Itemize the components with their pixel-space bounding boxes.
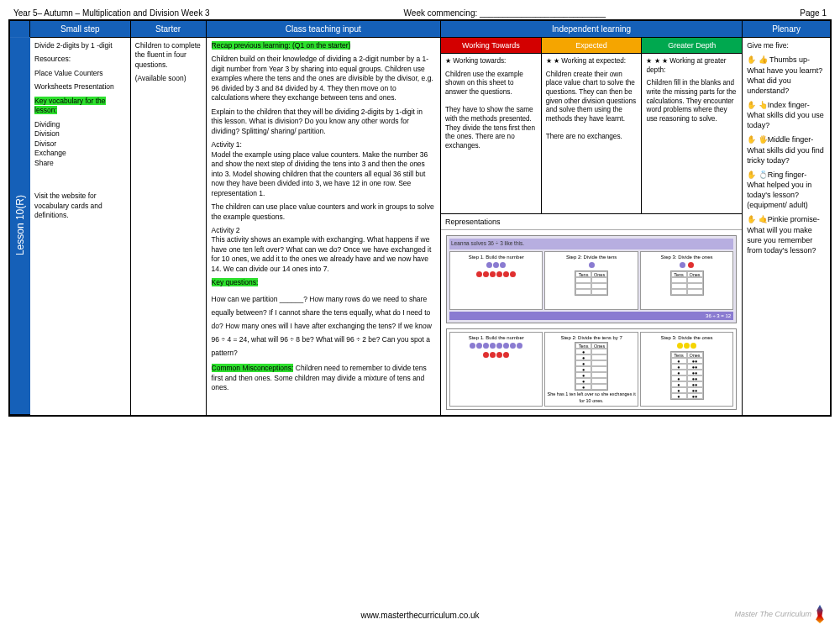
- header-plenary: Plenary: [743, 21, 830, 37]
- representations-label: Representations: [441, 213, 742, 229]
- header-small-step: Small step: [30, 21, 131, 37]
- gd-stars: ★ ★ ★ Working at greater depth:: [646, 57, 738, 75]
- key-questions: How can we partition ______? How many ro…: [212, 292, 435, 360]
- representations-area: Leanna solves 36 ÷ 3 like this. Step 1. …: [441, 229, 742, 415]
- rep1-title: Leanna solves 36 ÷ 3 like this.: [449, 239, 733, 249]
- input-p1: Children build on their knowledge of div…: [212, 55, 435, 102]
- vocab-list: Dividing Division Divisor Exchange Share: [34, 120, 126, 168]
- starter-cell: Children to complete the fluent in four …: [131, 37, 207, 415]
- doc-title: Year 5– Autumn – Multiplication and Divi…: [13, 8, 209, 18]
- input-p2: Explain to the children that they will b…: [212, 108, 435, 136]
- rep2-step3: Step 3: Divide the ones TensOnes●●●●●●●●…: [640, 332, 733, 407]
- rep2-step3-label: Step 3: Divide the ones: [660, 334, 712, 341]
- header-starter: Starter: [131, 21, 207, 37]
- top-bar: Year 5– Autumn – Multiplication and Divi…: [8, 7, 832, 19]
- ex-stars: ★ ★ Working at expected:: [546, 57, 638, 66]
- independent-cell: Working Towards ★ Working towards: Child…: [441, 37, 743, 415]
- small-step-cell: Divide 2-digits by 1 -digit Resources: P…: [30, 37, 131, 415]
- page-number: Page 1: [800, 8, 827, 18]
- wt-stars: ★ Working towards:: [445, 57, 537, 66]
- representation-1: Leanna solves 36 ÷ 3 like this. Step 1. …: [446, 235, 737, 323]
- gd-body: Children fill in the blanks and write th…: [646, 79, 738, 123]
- working-towards-col: Working Towards ★ Working towards: Child…: [441, 38, 542, 213]
- key-questions-label: Key questions:: [212, 278, 259, 286]
- plenary-cell: Give me five: ✋ 👍 Thumbs up- What have y…: [743, 37, 830, 415]
- rep1-step1: Step 1. Build the number: [449, 251, 543, 310]
- plenary-pinkie: ✋ 🤙Pinkie promise- What will you make su…: [747, 214, 826, 255]
- plan-table: Small step Starter Class teaching input …: [8, 19, 832, 417]
- resource-2: Worksheets Presentation: [34, 82, 126, 92]
- plenary-index: ✋ 👆Index finger- What skills did you use…: [747, 100, 826, 130]
- lesson-label: Lesson 10(R): [10, 37, 30, 415]
- resources-label: Resources:: [34, 55, 126, 64]
- activity2-label: Activity 2: [212, 226, 240, 234]
- gd-header: Greater Depth: [642, 38, 742, 54]
- vocab-label: Key vocabulary for the lesson:: [34, 97, 106, 114]
- diff-row: Working Towards ★ Working towards: Child…: [441, 38, 742, 213]
- rep1-step3: Step 3: Divide the ones TensOnes: [640, 251, 733, 310]
- wt-header: Working Towards: [441, 38, 541, 54]
- plenary-thumb: ✋ 👍 Thumbs up- What have you learnt? Wha…: [747, 55, 826, 96]
- rep1-step1-label: Step 1. Build the number: [469, 254, 524, 260]
- teaching-input-cell: Recap previous learning: (Q1 on the star…: [207, 37, 441, 415]
- recap-label: Recap previous learning: (Q1 on the star…: [212, 41, 351, 50]
- activity2-text: This activity shows an example with exch…: [212, 235, 432, 272]
- rep1-step2: Step 2: Divide the tens TensOnes: [544, 251, 638, 310]
- header-spacer: [10, 21, 30, 37]
- activity1-b: The children can use place value counter…: [212, 202, 435, 222]
- header-independent: Independent learning: [441, 21, 743, 37]
- ex-header: Expected: [542, 38, 642, 54]
- rep1-step3-label: Step 3: Divide the ones: [660, 254, 712, 260]
- rep1-step2-label: Step 2: Divide the tens: [566, 254, 617, 260]
- rep2-step2: Step 2: Divide the tens by 7 TensOnes●●●…: [544, 332, 638, 407]
- rep1-answer: 36 ÷ 3 = 12: [449, 312, 733, 320]
- wt-body: Children use the example shown on this s…: [445, 71, 537, 151]
- plenary-ring: ✋ 💍Ring finger- What helped you in today…: [747, 170, 826, 211]
- activity1-label: Activity 1:: [212, 140, 242, 149]
- plenary-intro: Give me five:: [747, 41, 826, 50]
- header-input: Class teaching input: [207, 21, 441, 37]
- expected-col: Expected ★ ★ Working at expected: Childr…: [542, 38, 643, 213]
- greater-depth-col: Greater Depth ★ ★ ★ Working at greater d…: [642, 38, 742, 213]
- footer-logo: Master The Curriculum: [734, 605, 825, 623]
- rep2-step1-label: Step 1. Build the number: [469, 334, 524, 341]
- rep2-step1: Step 1. Build the number: [449, 332, 543, 407]
- header-row: Small step Starter Class teaching input …: [10, 21, 830, 37]
- body-row: Lesson 10(R) Divide 2-digits by 1 -digit…: [10, 37, 830, 415]
- representation-2: Step 1. Build the number Step 2: Divide …: [446, 328, 737, 410]
- plenary-middle: ✋ 🖐Middle finger- What skills did you fi…: [747, 134, 826, 165]
- vocab-note: Visit the website for vocabulary cards a…: [34, 192, 126, 220]
- rep2-step2-label: Step 2: Divide the tens by 7: [560, 334, 622, 341]
- flame-icon: [815, 605, 825, 623]
- activity1-text: Model the example using place value coun…: [212, 150, 428, 197]
- footer-brand: Master The Curriculum: [734, 610, 811, 618]
- starter-avail: (Available soon): [135, 74, 202, 83]
- misconceptions-label: Common Misconceptions:: [212, 364, 294, 372]
- small-step-title: Divide 2-digits by 1 -digit: [34, 41, 126, 50]
- ex-body: Children create their own place value ch…: [546, 71, 638, 142]
- rep2-note: She has 1 ten left over so she exchanges…: [547, 391, 635, 404]
- resource-1: Place Value Counters: [34, 69, 126, 78]
- starter-text: Children to complete the fluent in four …: [135, 41, 202, 70]
- footer-url: www.masterthecurriculum.co.uk: [0, 611, 840, 620]
- week-commencing: Week commencing: _______________________…: [404, 8, 606, 18]
